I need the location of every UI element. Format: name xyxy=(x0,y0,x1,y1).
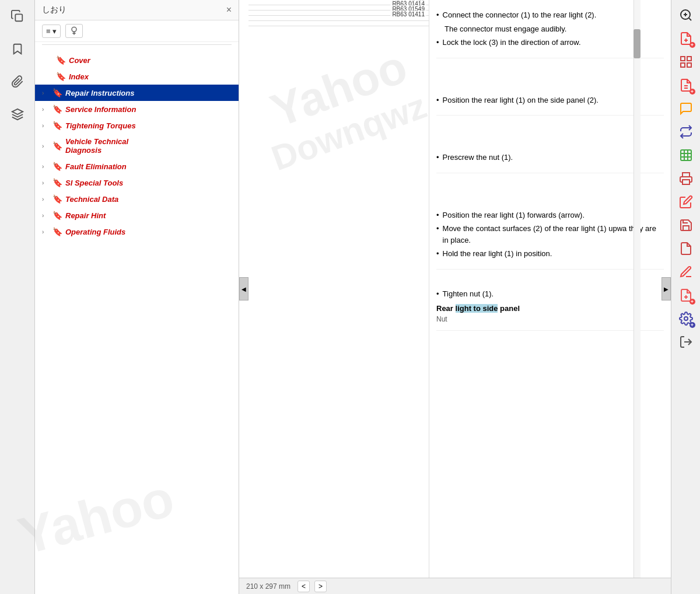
main-content: ◀ 3 2 1 RB63 01413 xyxy=(239,0,671,594)
instruction-block-3: • Prescrew the nut (1). xyxy=(436,152,664,173)
svg-point-22 xyxy=(684,317,688,320)
sidebar-item-label-hint: Repair Hint xyxy=(65,211,106,220)
svg-point-2 xyxy=(72,27,76,32)
close-button[interactable]: × xyxy=(226,5,232,15)
scrollbar-track[interactable] xyxy=(634,0,640,578)
collapse-right-button[interactable]: ▶ xyxy=(662,277,671,301)
bookmark-icon-hint: 🔖 xyxy=(52,211,62,220)
chevron-tightening: › xyxy=(42,123,49,129)
sidebar-item-label-si: SI Special Tools xyxy=(65,179,123,187)
badge-plus-4: + xyxy=(690,322,695,328)
instruction-3-bullet-1: • Prescrew the nut (1). xyxy=(436,152,664,163)
instruction-2-bullet-1: • Position the rear light (1) on the sid… xyxy=(436,95,664,106)
content-area: ◀ 3 2 1 RB63 01413 xyxy=(239,0,671,578)
sidebar-item-operating-fluids[interactable]: › 🔖 Operating Fluids xyxy=(35,223,239,240)
chevron-vehicle: › xyxy=(42,143,49,149)
instruction-1-bullet-2: The connector must engage audibly. xyxy=(436,23,664,35)
bookmark-icon-service: 🔖 xyxy=(52,104,62,114)
table-sub: Nut xyxy=(436,315,664,323)
sidebar-item-technical-data[interactable]: › 🔖 Technical Data xyxy=(35,191,239,207)
sidebar-item-label-cover: Cover xyxy=(69,56,90,65)
bookmark-icon[interactable] xyxy=(7,39,28,60)
annotation-icon[interactable] xyxy=(674,191,698,212)
view-mode-icon[interactable] xyxy=(674,51,698,72)
print-icon[interactable] xyxy=(674,238,698,259)
sidebar-item-repair-hint[interactable]: › 🔖 Repair Hint xyxy=(35,207,239,223)
sidebar-toolbar: ≡ ▾ xyxy=(35,20,239,42)
sidebar-item-service-information[interactable]: › 🔖 Service Information xyxy=(35,101,239,117)
document-images: 3 2 1 RB63 01413 2 1 xyxy=(249,0,429,578)
page-size: 210 x 297 mm xyxy=(246,582,290,590)
document-content: 3 2 1 RB63 01413 2 1 xyxy=(249,0,671,578)
dropdown-arrow: ▾ xyxy=(52,27,57,36)
compare-icon[interactable] xyxy=(674,121,698,142)
collapse-left-button[interactable]: ◀ xyxy=(239,277,249,301)
svg-rect-14 xyxy=(681,150,691,160)
instruction-5-bullet-1: • Tighten nut (1). xyxy=(436,288,664,300)
print-export-icon[interactable] xyxy=(674,168,698,189)
scrollbar-thumb[interactable] xyxy=(634,29,640,58)
save-icon[interactable] xyxy=(674,215,698,236)
bookmark-view-button[interactable] xyxy=(65,24,83,38)
sidebar-item-label-tightening: Tightening Torques xyxy=(65,121,136,130)
instruction-4-bullet-1: • Position the rear light (1) forwards (… xyxy=(436,209,664,221)
instruction-1-bullet-3: • Lock the lock (3) in the direction of … xyxy=(436,37,664,48)
sidebar-item-label-fault: Fault Elimination xyxy=(65,162,127,171)
paperclip-icon[interactable] xyxy=(7,71,28,92)
sidebar-nav: 🔖 Cover 🔖 Index › 🔖 Repair Instructions … xyxy=(35,47,239,594)
comment-icon[interactable] xyxy=(674,98,698,119)
instruction-block-2: • Position the rear light (1) on the sid… xyxy=(436,95,664,116)
list-view-button[interactable]: ≡ ▾ xyxy=(42,25,61,38)
svg-rect-19 xyxy=(682,180,690,184)
badge-plus-1: + xyxy=(690,42,695,48)
instruction-block-5: • Tighten nut (1). Rear light to side pa… xyxy=(436,288,664,331)
status-bar: 210 x 297 mm < > xyxy=(239,578,671,594)
sidebar-divider xyxy=(42,44,232,45)
svg-rect-0 xyxy=(15,14,22,21)
copy-icon[interactable] xyxy=(7,6,28,27)
bookmark-icon-fault: 🔖 xyxy=(52,162,62,171)
bookmark-icon-vehicle: 🔖 xyxy=(52,141,62,151)
zoom-icon[interactable] xyxy=(674,5,698,26)
badge-plus-2: + xyxy=(690,89,695,95)
layers-icon[interactable] xyxy=(7,104,28,125)
instruction-block-1: • Connect the connector (1) to the rear … xyxy=(436,5,664,58)
sidebar-item-label-repair: Repair Instructions xyxy=(65,89,134,97)
image-4: 2 1 RB63 01411 xyxy=(249,16,429,21)
document-text: • Connect the connector (1) to the rear … xyxy=(429,0,671,578)
bookmark-icon-si: 🔖 xyxy=(52,178,62,187)
sidebar: しおり × ≡ ▾ 🔖 Cover 🔖 Index › 🔖 Repair Ins… xyxy=(35,0,239,594)
export-doc-icon[interactable]: + xyxy=(674,285,698,306)
instruction-block-4: • Position the rear light (1) forwards (… xyxy=(436,209,664,270)
logout-icon[interactable] xyxy=(674,331,698,352)
bookmark-icon-cover: 🔖 xyxy=(56,55,65,65)
nav-left-button[interactable]: < xyxy=(298,581,310,592)
export-pdf-add-icon[interactable]: + xyxy=(674,28,698,49)
chevron-fault: › xyxy=(42,163,49,170)
settings-addon-icon[interactable]: + xyxy=(674,308,698,329)
chevron-fluids: › xyxy=(42,229,49,235)
export-excel-icon[interactable] xyxy=(674,145,698,166)
sidebar-item-fault-elimination[interactable]: › 🔖 Fault Elimination xyxy=(35,158,239,174)
bookmark-icon-tech: 🔖 xyxy=(52,194,62,204)
sidebar-item-vehicle-technical[interactable]: › 🔖 Vehicle TechnicalDiagnosis xyxy=(35,134,239,158)
pdf-export-icon[interactable]: + xyxy=(674,75,698,96)
instruction-4-bullet-2: • Move the contact surfaces (2) of the r… xyxy=(436,223,664,246)
sidebar-item-tightening-torques[interactable]: › 🔖 Tightening Torques xyxy=(35,117,239,134)
chevron-repair: › xyxy=(42,90,49,96)
bookmark-icon-fluids: 🔖 xyxy=(52,227,62,236)
svg-rect-8 xyxy=(681,57,685,61)
badge-plus-3: + xyxy=(690,299,695,305)
svg-rect-9 xyxy=(687,57,691,61)
instruction-4-bullet-3: • Hold the rear light (1) in position. xyxy=(436,248,664,260)
chevron-service: › xyxy=(42,106,49,113)
sidebar-item-repair-instructions[interactable]: › 🔖 Repair Instructions xyxy=(35,85,239,101)
edit-pencil-icon[interactable] xyxy=(674,261,698,282)
sidebar-item-label-vehicle: Vehicle TechnicalDiagnosis xyxy=(65,137,128,155)
nav-right-button[interactable]: > xyxy=(314,581,327,592)
sidebar-item-cover[interactable]: 🔖 Cover xyxy=(35,52,239,68)
list-icon: ≡ xyxy=(46,27,51,36)
table-header: Rear light to side panel xyxy=(436,304,664,313)
sidebar-item-si-special-tools[interactable]: › 🔖 SI Special Tools xyxy=(35,174,239,191)
sidebar-item-index[interactable]: 🔖 Index xyxy=(35,68,239,85)
